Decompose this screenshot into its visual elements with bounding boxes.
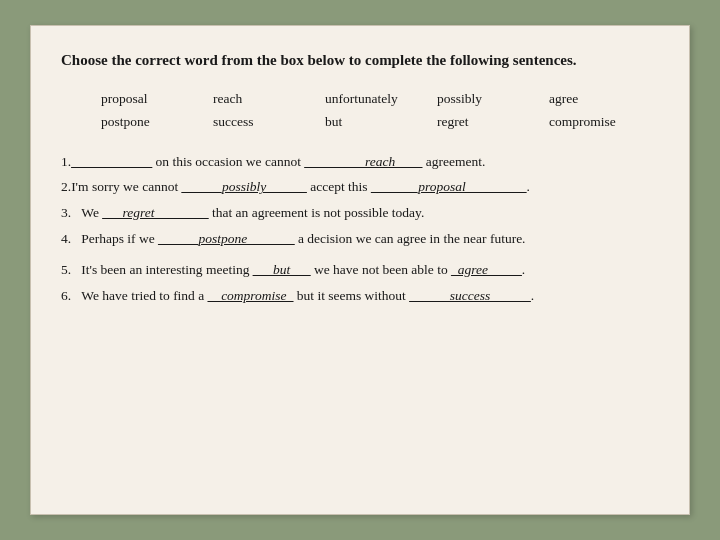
sentence-5-blank2: _agree_____ bbox=[451, 262, 522, 277]
sentence-2-blank1: ______possibly______ bbox=[182, 179, 307, 194]
sentence-5: 5. It's been an interesting meeting ___b… bbox=[61, 258, 659, 282]
sentence-6-num: 6. bbox=[61, 284, 81, 308]
word-postpone: postpone bbox=[101, 111, 213, 134]
sentence-2-blank2: _______proposal_________ bbox=[371, 179, 527, 194]
word-unfortunately: unfortunately bbox=[325, 88, 437, 111]
sentence-6-blank2: ______success______ bbox=[409, 288, 531, 303]
sentence-2-num: 2. bbox=[61, 179, 71, 194]
sentence-5-content: It's been an interesting meeting ___but_… bbox=[81, 258, 525, 282]
word-agree: agree bbox=[549, 88, 661, 111]
sentence-1-num: 1. bbox=[61, 154, 71, 169]
sentence-1-blank2: _________reach____ bbox=[304, 154, 422, 169]
sentence-5-blank1: ___but___ bbox=[253, 262, 311, 277]
sentence-3-content: We ___regret________ that an agreement i… bbox=[81, 201, 424, 225]
sentence-1-text1: on this occasion we cannot bbox=[152, 154, 304, 169]
sentence-6: 6. We have tried to find a __compromise_… bbox=[61, 284, 659, 308]
main-card: Choose the correct word from the box bel… bbox=[30, 25, 690, 515]
sentence-6-content: We have tried to find a __compromise_ bu… bbox=[81, 284, 534, 308]
sentence-4-content: Perhaps if we ______postpone_______ a de… bbox=[81, 227, 525, 251]
sentence-2-text3: . bbox=[526, 179, 529, 194]
sentence-6-blank1: __compromise_ bbox=[208, 288, 294, 303]
sentence-3-blank: ___regret________ bbox=[102, 205, 208, 220]
sentence-3-num: 3. bbox=[61, 201, 81, 225]
word-success: success bbox=[213, 111, 325, 134]
sentence-1-blank1: ____________ bbox=[71, 154, 152, 169]
sentence-2-text2: accept this bbox=[307, 179, 371, 194]
sentence-4-blank: ______postpone_______ bbox=[158, 231, 295, 246]
word-box: proposal reach unfortunately possibly ag… bbox=[101, 88, 661, 134]
sentence-1-text2: agreement. bbox=[422, 154, 485, 169]
sentence-3: 3. We ___regret________ that an agreemen… bbox=[61, 201, 659, 225]
word-reach: reach bbox=[213, 88, 325, 111]
sentences-section: 1.____________ on this occasion we canno… bbox=[61, 150, 659, 308]
word-but: but bbox=[325, 111, 437, 134]
word-proposal: proposal bbox=[101, 88, 213, 111]
word-regret: regret bbox=[437, 111, 549, 134]
sentence-5-num: 5. bbox=[61, 258, 81, 282]
word-compromise: compromise bbox=[549, 111, 661, 134]
sentence-4-num: 4. bbox=[61, 227, 81, 251]
sentence-1: 1.____________ on this occasion we canno… bbox=[61, 150, 659, 174]
instruction-text: Choose the correct word from the box bel… bbox=[61, 50, 659, 72]
sentence-4: 4. Perhaps if we ______postpone_______ a… bbox=[61, 227, 659, 251]
sentence-2: 2.I'm sorry we cannot ______possibly____… bbox=[61, 175, 659, 199]
sentence-2-text1: I'm sorry we cannot bbox=[71, 179, 181, 194]
word-possibly: possibly bbox=[437, 88, 549, 111]
